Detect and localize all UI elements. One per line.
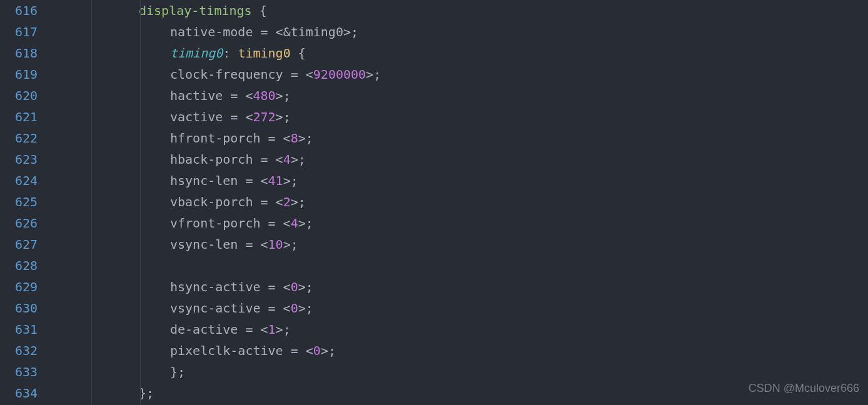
line-number: 633 <box>0 361 38 382</box>
line-number: 623 <box>0 149 38 170</box>
code-line: hback-porch = <4>; <box>64 149 868 170</box>
code-line: pixelclk-active = <0>; <box>64 340 868 361</box>
line-number: 625 <box>0 191 38 212</box>
code-line: display-timings { <box>64 0 868 21</box>
line-number: 622 <box>0 128 38 149</box>
code-line: clock-frequency = <9200000>; <box>64 64 868 85</box>
line-number: 632 <box>0 340 38 361</box>
line-number: 631 <box>0 319 38 340</box>
code-line: vback-porch = <2>; <box>64 191 868 212</box>
code-line: vsync-len = <10>; <box>64 234 868 255</box>
line-number: 634 <box>0 382 38 404</box>
line-number: 616 <box>0 0 38 21</box>
code-line <box>64 255 868 276</box>
line-number: 624 <box>0 170 38 191</box>
code-area[interactable]: display-timings { native-mode = <&timing… <box>46 0 868 405</box>
code-line: native-mode = <&timing0>; <box>64 21 868 42</box>
line-number: 628 <box>0 255 38 276</box>
line-number: 618 <box>0 42 38 64</box>
block-name: display-timings <box>139 3 252 18</box>
line-number: 619 <box>0 64 38 85</box>
code-line: }; <box>64 382 868 404</box>
line-number-gutter: 6166176186196206216226236246256266276286… <box>0 0 46 405</box>
code-line: vfront-porch = <4>; <box>64 212 868 234</box>
code-line: hactive = <480>; <box>64 85 868 106</box>
watermark: CSDN @Mculover666 <box>749 378 859 399</box>
code-line: timing0: timing0 { <box>64 42 868 64</box>
code-line: de-active = <1>; <box>64 319 868 340</box>
code-line: hfront-porch = <8>; <box>64 128 868 149</box>
line-number: 630 <box>0 298 38 319</box>
line-number: 627 <box>0 234 38 255</box>
code-line: vactive = <272>; <box>64 106 868 128</box>
line-number: 617 <box>0 21 38 42</box>
line-number: 629 <box>0 276 38 298</box>
code-line: hsync-len = <41>; <box>64 170 868 191</box>
line-number: 620 <box>0 85 38 106</box>
code-line: hsync-active = <0>; <box>64 276 868 298</box>
code-line: vsync-active = <0>; <box>64 298 868 319</box>
line-number: 621 <box>0 106 38 128</box>
line-number: 626 <box>0 212 38 234</box>
code-line: }; <box>64 361 868 382</box>
